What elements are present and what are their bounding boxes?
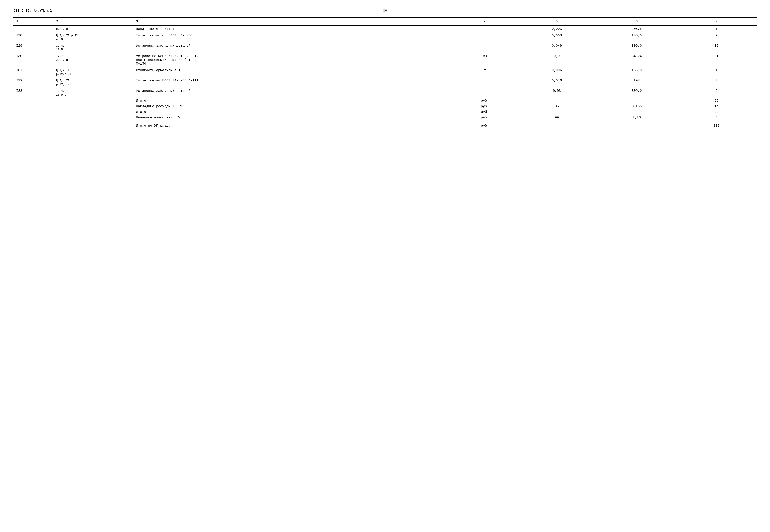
row-qty: 0,003 — [517, 26, 597, 32]
summary-empty2 — [53, 110, 133, 115]
row-unit: т — [453, 43, 517, 53]
col-header-2: 2 — [53, 18, 133, 26]
row-qty: 0,008 — [517, 32, 597, 43]
row-ref: I2-4220-5-в — [53, 43, 133, 53]
row-id: I29 — [13, 43, 53, 53]
table-row: I8I Ц.I,ч.IIр.IУ,п.2I Стоимость арматуры… — [13, 67, 757, 77]
row-qty: 0,03 — [517, 88, 597, 98]
summary-coef — [597, 110, 677, 115]
row-total: 9 — [677, 88, 757, 98]
row-ref: Ц.I,ч.IIр.IУ,п.78 — [53, 77, 133, 88]
summary-empty — [13, 115, 53, 121]
summary-label: Итого — [133, 98, 453, 104]
summary-coef: 0,06 — [597, 115, 677, 121]
row-total: 2 — [677, 32, 757, 43]
summary-qty — [517, 121, 597, 129]
row-description: Установка закладных деталей — [133, 43, 453, 53]
summary-label: Итого по УП разд. — [133, 121, 453, 129]
main-table: 1 2 3 4 5 6 7 п.27,28 Цена: I93,0 + 2I4,… — [13, 17, 757, 129]
col-header-1: 1 — [13, 18, 53, 26]
summary-row: Итого руб. 99 — [13, 110, 757, 115]
row-unit: т — [453, 26, 517, 32]
summary-qty: 85 — [517, 104, 597, 110]
row-id: I33 — [13, 88, 53, 98]
row-total: I — [677, 67, 757, 77]
row-unit: т — [453, 67, 517, 77]
summary-unit: руб. — [453, 110, 517, 115]
summary-total: 85 — [677, 98, 757, 104]
summary-empty — [13, 121, 53, 129]
row-unit: т — [453, 77, 517, 88]
summary-empty2 — [53, 121, 133, 129]
summary-coef — [597, 98, 677, 104]
summary-row: Плановые накопления 6% руб. 99 0,06 6 — [13, 115, 757, 121]
header-center: - 30 - — [379, 9, 391, 13]
row-price: I66,0 — [597, 67, 677, 77]
summary-empty2 — [53, 115, 133, 121]
summary-total: I05 — [677, 121, 757, 129]
summary-row: Итого по УП разд. руб. I05 — [13, 121, 757, 129]
col-header-6: 6 — [597, 18, 677, 26]
summary-row: Итого руб. 85 — [13, 98, 757, 104]
summary-row: Накладные расходы I6,5% руб. 85 0,I65 I4 — [13, 104, 757, 110]
table-row: I33 I2-4220-5-в Установка закладных дета… — [13, 88, 757, 98]
row-unit: м3 — [453, 53, 517, 67]
col-header-7: 7 — [677, 18, 757, 26]
row-total: I — [677, 26, 757, 32]
row-unit: т — [453, 88, 517, 98]
row-qty: 0,049 — [517, 43, 597, 53]
summary-qty — [517, 98, 597, 104]
summary-label: Плановые накопления 6% — [133, 115, 453, 121]
row-price: 309,0 — [597, 43, 677, 53]
row-description: То же, сетки по ГОСТ 8478-В6 — [133, 32, 453, 43]
summary-unit: руб. — [453, 104, 517, 110]
table-row: I30 I2-7320-IO-a Устройство монолитной ж… — [13, 53, 757, 67]
row-id: I8I — [13, 67, 53, 77]
row-price: 34,24 — [597, 53, 677, 67]
row-description: Стоимость арматуры А-I — [133, 67, 453, 77]
summary-qty: 99 — [517, 115, 597, 121]
summary-total: I4 — [677, 104, 757, 110]
summary-label: Итого — [133, 110, 453, 115]
row-description: Цена: I93,0 + 2I4,0 = — [133, 26, 453, 32]
col-header-5: 5 — [517, 18, 597, 26]
row-qty: 0,0I6 — [517, 77, 597, 88]
row-id: I28 — [13, 32, 53, 43]
row-qty: 0,006 — [517, 67, 597, 77]
main-table-container: 1 2 3 4 5 6 7 п.27,28 Цена: I93,0 + 2I4,… — [13, 17, 757, 129]
row-description: Установка закладных деталей — [133, 88, 453, 98]
summary-empty — [13, 110, 53, 115]
row-price: 309,0 — [597, 88, 677, 98]
row-price: I93 — [597, 77, 677, 88]
row-ref: I2-4220-5-в — [53, 88, 133, 98]
row-price: 203,5 — [597, 26, 677, 32]
page-header: 903-2-II. Ал.УП,ч.2 - 30 - — [13, 9, 757, 13]
summary-empty — [13, 104, 53, 110]
row-total: 3I — [677, 53, 757, 67]
row-id: I32 — [13, 77, 53, 88]
row-total: I5 — [677, 43, 757, 53]
row-id — [13, 26, 53, 32]
row-description: То же, сетки ГОСТ 8478-66 А-III — [133, 77, 453, 88]
summary-label: Накладные расходы I6,5% — [133, 104, 453, 110]
summary-coef: 0,I65 — [597, 104, 677, 110]
summary-unit: руб. — [453, 115, 517, 121]
summary-total: 99 — [677, 110, 757, 115]
column-header-row: 1 2 3 4 5 6 7 — [13, 18, 757, 26]
row-qty: 0,9 — [517, 53, 597, 67]
col-header-3: 3 — [133, 18, 453, 26]
summary-coef — [597, 121, 677, 129]
table-row: I32 Ц.I,ч.IIр.IУ,п.78 То же, сетки ГОСТ … — [13, 77, 757, 88]
row-description: Устройство монолитной жел.-бет.плиты пер… — [133, 53, 453, 67]
row-ref: Ц.I,ч.II,р.IУп.78 — [53, 32, 133, 43]
header-left: 903-2-II. Ал.УП,ч.2 — [13, 9, 52, 13]
row-unit: т — [453, 32, 517, 43]
summary-empty2 — [53, 98, 133, 104]
table-row: I29 I2-4220-5-в Установка закладных дета… — [13, 43, 757, 53]
row-ref: Ц.I,ч.IIр.IУ,п.2I — [53, 67, 133, 77]
row-id: I30 — [13, 53, 53, 67]
row-ref: п.27,28 — [53, 26, 133, 32]
table-row: п.27,28 Цена: I93,0 + 2I4,0 = т 0,003 20… — [13, 26, 757, 32]
row-total: 3 — [677, 77, 757, 88]
summary-empty2 — [53, 104, 133, 110]
